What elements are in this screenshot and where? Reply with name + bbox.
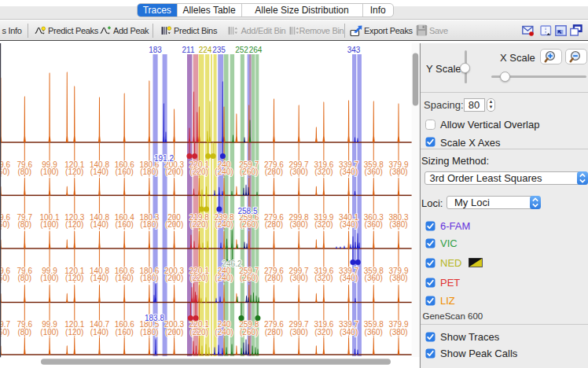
svg-text:(220): (220) [190,167,208,176]
svg-text:235: 235 [212,46,226,54]
svg-text:343: 343 [347,46,361,54]
svg-text:(220): (220) [190,220,208,229]
svg-text:183: 183 [149,46,162,54]
svg-text:(100): (100) [40,167,58,176]
svg-text:(60): (60) [0,274,9,282]
svg-text:(240): (240) [215,220,233,229]
svg-text:(160): (160) [116,220,134,229]
svg-text:(180): (180) [140,167,158,176]
svg-text:(320): (320) [314,328,333,337]
svg-text:(240): (240) [215,328,233,337]
svg-text:(360): (360) [365,167,383,176]
svg-text:(140): (140) [90,328,108,337]
svg-text:(340): (340) [340,274,358,282]
svg-text:(360): (360) [365,220,383,229]
svg-text:(180): (180) [140,220,158,229]
svg-text:(300): (300) [289,328,307,337]
svg-text:(380): (380) [389,220,407,229]
svg-text:(280): (280) [265,167,283,176]
svg-text:(120): (120) [65,167,83,176]
svg-text:258.5: 258.5 [237,207,257,215]
svg-text:211: 211 [182,46,195,54]
svg-text:191.2: 191.2 [154,154,174,163]
svg-text:(340): (340) [340,328,358,337]
svg-text:(280): (280) [265,328,283,337]
svg-text:252: 252 [235,46,248,54]
svg-text:(260): (260) [240,220,258,229]
svg-text:(300): (300) [289,167,307,176]
svg-text:(120): (120) [65,220,83,229]
svg-text:(80): (80) [17,328,31,337]
svg-text:(360): (360) [365,328,383,337]
svg-text:(100): (100) [40,220,58,229]
svg-text:(320): (320) [314,167,333,176]
svg-text:(260): (260) [240,328,258,337]
svg-text:(80): (80) [17,220,31,229]
svg-text:(320): (320) [314,274,333,282]
svg-text:(380): (380) [389,328,407,337]
svg-text:(100): (100) [40,328,58,337]
svg-text:(140): (140) [90,274,108,282]
svg-text:264: 264 [249,46,263,54]
svg-text:(300): (300) [289,274,307,282]
svg-text:(340): (340) [340,167,358,176]
svg-text:(380): (380) [389,274,407,282]
svg-text:(220): (220) [190,328,208,337]
svg-text:(280): (280) [265,274,283,282]
svg-text:(140): (140) [90,167,108,176]
svg-text:(240): (240) [215,167,233,176]
svg-text:(200): (200) [165,274,183,282]
svg-text:(260): (260) [240,167,258,176]
svg-text:(160): (160) [116,274,134,282]
svg-text:(60): (60) [0,220,9,229]
svg-text:(160): (160) [116,167,134,176]
svg-text:(120): (120) [65,274,83,282]
svg-text:(300): (300) [289,220,307,229]
svg-text:(60): (60) [0,328,9,337]
svg-text:(60): (60) [0,167,9,176]
svg-text:(240): (240) [215,274,233,282]
svg-text:(100): (100) [40,274,58,282]
svg-text:(380): (380) [389,167,407,176]
svg-text:224: 224 [199,46,212,54]
svg-text:(340): (340) [340,220,358,229]
svg-text:(80): (80) [17,167,31,176]
svg-text:(180): (180) [140,274,158,282]
svg-text:(80): (80) [17,274,31,282]
svg-text:(320): (320) [314,220,333,229]
svg-text:183.8: 183.8 [145,314,164,322]
svg-text:(200): (200) [165,220,183,229]
svg-text:(200): (200) [165,328,183,337]
svg-text:(140): (140) [90,220,108,229]
svg-text:246.2: 246.2 [222,259,241,268]
svg-text:(280): (280) [265,220,283,229]
svg-text:(360): (360) [365,274,383,282]
svg-text:(200): (200) [165,167,183,176]
svg-text:(260): (260) [240,274,258,282]
svg-text:(180): (180) [140,328,158,337]
svg-text:(160): (160) [116,328,134,337]
svg-text:(220): (220) [190,274,208,282]
svg-text:(120): (120) [65,328,83,337]
